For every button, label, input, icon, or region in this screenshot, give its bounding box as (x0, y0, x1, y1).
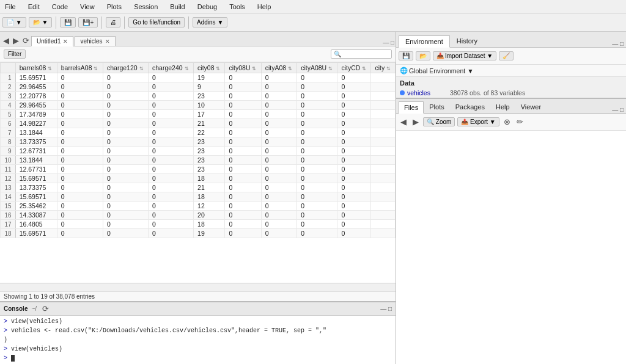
menu-code[interactable]: Code (50, 2, 70, 12)
tab-untitled1[interactable]: Untitled1 ✕ (31, 36, 73, 46)
menu-plots[interactable]: Plots (105, 2, 124, 12)
menu-tools[interactable]: Tools (227, 2, 248, 12)
table-row[interactable]: 1415.69571000180000 (1, 192, 396, 202)
table-cell: 0 (337, 192, 371, 202)
filter-button[interactable]: Filter (4, 49, 26, 59)
data-table-wrapper: Filter barrels08 ⇅ barrelsA08 ⇅ charge12… (0, 46, 396, 301)
tab-viewer[interactable]: Viewer (515, 101, 547, 113)
table-row[interactable]: 813.73375000230000 (1, 137, 396, 147)
tab-untitled1-close[interactable]: ✕ (63, 38, 68, 45)
tab-plots[interactable]: Plots (424, 101, 449, 113)
col-header-cityA08[interactable]: cityA08 ⇅ (261, 63, 297, 73)
table-row[interactable]: 115.69571000190000 (1, 73, 396, 82)
tab-environment[interactable]: Environment (399, 35, 450, 48)
files-tab-bar: Files Plots Packages Help Viewer — □ (396, 98, 626, 114)
table-container[interactable]: barrels08 ⇅ barrelsA08 ⇅ charge120 ⇅ cha… (0, 62, 396, 283)
console-refresh-icon[interactable]: ⟳ (40, 304, 51, 314)
col-header-barrelsA08[interactable]: barrelsA08 ⇅ (57, 63, 103, 73)
files-minimize-button[interactable]: — □ (612, 106, 624, 113)
table-row[interactable]: 429.96455000100000 (1, 101, 396, 110)
table-row[interactable]: 912.67731000230000 (1, 147, 396, 156)
menu-help[interactable]: Help (255, 2, 274, 12)
table-cell: 0 (297, 110, 337, 119)
col-header-barrels08[interactable]: barrels08 ⇅ (15, 63, 57, 73)
save-all-button[interactable]: 💾+ (78, 17, 98, 27)
table-row[interactable]: 1815.69571000190000 (1, 229, 396, 238)
table-row[interactable]: 1013.1844000230000 (1, 156, 396, 165)
col-header-city08U[interactable]: city08U ⇅ (225, 63, 261, 73)
col-header-city08[interactable]: city08 ⇅ (194, 63, 225, 73)
nav-back-icon[interactable]: ◀ (1, 35, 11, 46)
table-row[interactable]: 312.20778000230000 (1, 92, 396, 101)
table-row[interactable]: 1614.33087000200000 (1, 211, 396, 220)
env-minimize-button[interactable]: — □ (612, 40, 624, 47)
table-cell: 11 (1, 165, 16, 174)
menu-debug[interactable]: Debug (195, 2, 219, 12)
table-cell: 19 (194, 229, 225, 238)
col-header-charge120[interactable]: charge120 ⇅ (103, 63, 148, 73)
addins-button[interactable]: Addins ▼ (193, 17, 227, 27)
nav-forward-icon[interactable]: ▶ (11, 35, 21, 46)
nav-refresh-icon[interactable]: ⟳ (21, 35, 31, 46)
files-refresh-button[interactable]: ✏ (515, 117, 525, 127)
table-row[interactable]: 517.34789000170000 (1, 110, 396, 119)
global-env-dropdown[interactable]: 🌐 Global Environment ▼ (396, 65, 626, 77)
files-back-button[interactable]: ◀ (399, 117, 408, 127)
table-cell (371, 73, 396, 82)
table-row[interactable]: 1525.35462000120000 (1, 202, 396, 211)
editor-minimize-button[interactable]: — □ (383, 39, 394, 46)
console-minimize-button[interactable]: — □ (380, 305, 392, 312)
table-row[interactable]: 713.1844000220000 (1, 128, 396, 137)
files-forward-button[interactable]: ▶ (411, 117, 421, 127)
env-clear-button[interactable]: 🧹 (499, 51, 514, 60)
table-row[interactable]: 614.98227000210000 (1, 119, 396, 128)
tab-vehicles[interactable]: vehicles ✕ (75, 36, 115, 46)
new-file-button[interactable]: 📄 ▼ (2, 17, 26, 27)
menu-edit[interactable]: Edit (26, 2, 42, 12)
col-header-cityA08U[interactable]: cityA08U ⇅ (297, 63, 337, 73)
tab-history[interactable]: History (450, 35, 484, 47)
import-dataset-button[interactable]: 📥 Import Dataset ▼ (433, 51, 496, 60)
console-content[interactable]: > view(vehicles) > vehicles <- read.csv(… (0, 316, 396, 364)
files-toolbar: ◀ ▶ 🔍 Zoom 📤 Export ▼ ⊗ ✏ (396, 114, 626, 131)
open-file-button[interactable]: 📂 ▼ (29, 17, 53, 27)
table-cell: 0 (149, 174, 194, 183)
files-zoom-button[interactable]: 🔍 Zoom (423, 117, 455, 126)
env-item-vehicles[interactable]: vehicles 38078 obs. of 83 variables (396, 88, 626, 98)
table-cell: 0 (149, 165, 194, 174)
table-row[interactable]: 1313.73375000210000 (1, 183, 396, 192)
search-input[interactable] (331, 49, 392, 59)
toolbar-separator-4 (188, 16, 189, 29)
menu-session[interactable]: Session (131, 2, 160, 12)
env-load-button[interactable]: 📂 (416, 51, 430, 60)
tab-files[interactable]: Files (399, 101, 424, 114)
table-cell: 0 (337, 211, 371, 220)
table-row[interactable]: 229.9645500090000 (1, 82, 396, 92)
goto-file-button[interactable]: Go to file/function (128, 17, 185, 27)
tab-vehicles-close[interactable]: ✕ (105, 38, 110, 45)
files-export-button[interactable]: 📤 Export ▼ (457, 117, 499, 126)
table-scrollbar-h[interactable] (0, 283, 396, 291)
files-clear-button[interactable]: ⊗ (502, 117, 512, 127)
table-cell: 29.96455 (15, 82, 57, 92)
print-button[interactable]: 🖨 (106, 17, 120, 27)
table-row[interactable]: 1112.67731000230000 (1, 165, 396, 174)
tab-help[interactable]: Help (490, 101, 515, 113)
table-row[interactable]: 1215.69571000180000 (1, 174, 396, 183)
table-cell: 23 (194, 92, 225, 101)
table-cell: 29.96455 (15, 101, 57, 110)
env-save-button[interactable]: 💾 (399, 51, 413, 60)
save-button[interactable]: 💾 (60, 17, 76, 27)
col-header-city[interactable]: city ⇅ (371, 63, 396, 73)
files-content (396, 131, 626, 364)
table-row[interactable]: 1716.4805000180000 (1, 220, 396, 229)
tab-packages[interactable]: Packages (450, 101, 490, 113)
table-cell: 4 (1, 101, 16, 110)
menu-view[interactable]: View (78, 2, 97, 12)
table-cell: 6 (1, 119, 16, 128)
col-header-charge240[interactable]: charge240 ⇅ (149, 63, 194, 73)
menu-file[interactable]: File (2, 2, 18, 12)
col-header-cityCD[interactable]: cityCD ⇅ (337, 63, 371, 73)
menu-build[interactable]: Build (168, 2, 187, 12)
table-cell: 10 (1, 156, 16, 165)
